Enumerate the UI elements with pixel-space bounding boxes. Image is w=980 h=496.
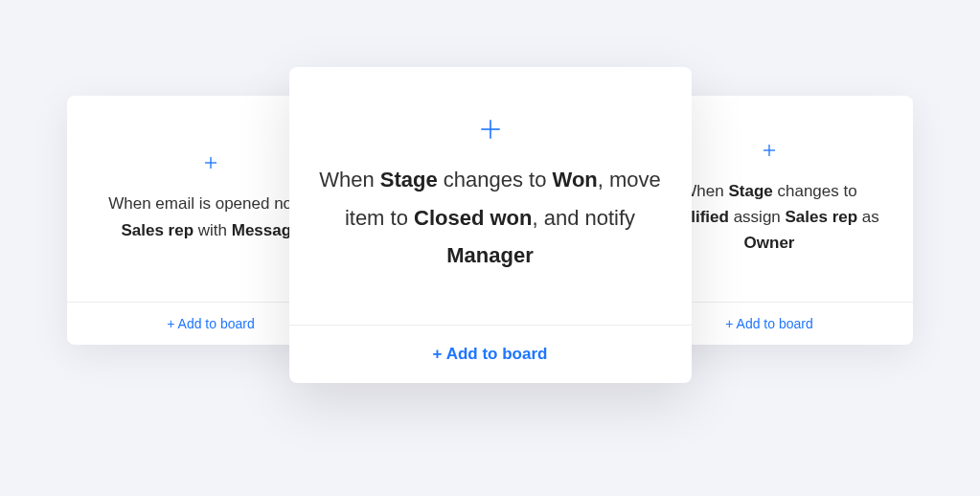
add-to-board-button[interactable]: + Add to board <box>289 325 692 383</box>
card-body: When Stage changes to Won, move item to … <box>289 67 692 325</box>
plus-icon <box>202 154 219 171</box>
automation-card-center: When Stage changes to Won, move item to … <box>289 67 692 383</box>
card-stage: When email is opened notify Sales rep wi… <box>0 0 980 496</box>
plus-icon <box>478 117 503 142</box>
automation-description: When Stage changes to Won, move item to … <box>318 161 663 275</box>
plus-icon <box>761 142 778 159</box>
